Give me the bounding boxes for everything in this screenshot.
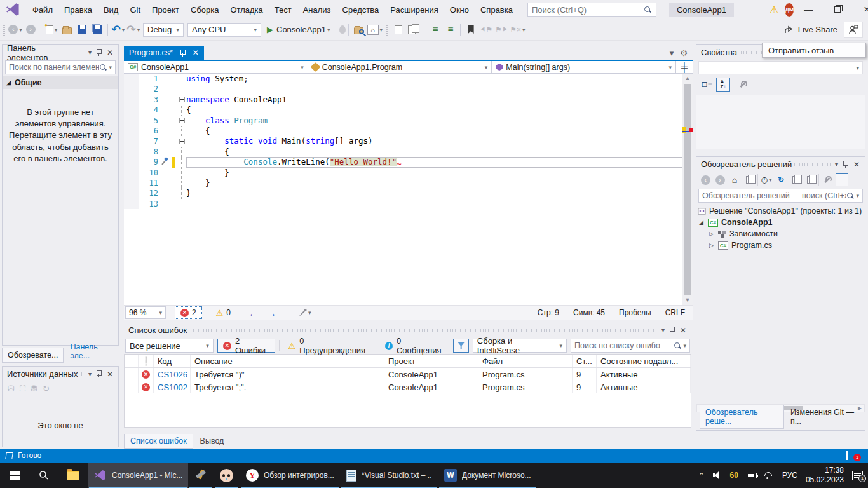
properties-object-select[interactable]: ▾ (698, 61, 863, 74)
column-code[interactable]: Код (154, 355, 191, 367)
code-line[interactable]: 13 (124, 199, 693, 209)
code-editor[interactable]: 1using System;23namespace ConsoleApp14{5… (124, 74, 693, 305)
sync-with-active-document-icon[interactable]: ⌂▾ (367, 22, 383, 37)
code-line[interactable]: 9 Console.WriteLine("Hello World!"~ (124, 157, 693, 167)
pin-icon[interactable] (96, 370, 102, 377)
tree-item-project[interactable]: ◢ C# ConsoleApp1 (698, 217, 865, 228)
code-line[interactable]: 4{ (124, 105, 693, 115)
toolbox-group-general[interactable]: ◢ Общие (3, 76, 118, 89)
add-data-source-icon[interactable]: ⛁ (8, 384, 15, 394)
zoom-select[interactable]: 96 %▾ (125, 306, 166, 319)
menu-analyze[interactable]: Анализ (297, 3, 337, 17)
severity-column-icon[interactable]: ❕ (139, 355, 154, 367)
previous-issue-icon[interactable]: ← (248, 308, 258, 318)
tab-document-outline[interactable]: Обозревате... (2, 348, 64, 363)
network-icon[interactable] (765, 472, 774, 479)
next-issue-icon[interactable]: → (267, 308, 276, 318)
home-icon[interactable]: ⌂ (728, 173, 741, 186)
collapsed-caret-icon[interactable]: ▷ (708, 231, 715, 237)
switch-views-icon[interactable] (743, 173, 756, 186)
notification-warning-icon[interactable]: ⚠ (770, 4, 778, 16)
window-position-icon[interactable]: ▾ (88, 370, 92, 377)
battery-icon[interactable] (747, 473, 757, 478)
scope-select[interactable]: Все решение▾ (125, 339, 214, 353)
code-line[interactable]: 11 } (124, 178, 693, 188)
code-lines[interactable]: 1using System;23namespace ConsoleApp14{5… (124, 74, 693, 209)
messages-filter-button[interactable]: i 0 Сообщения (380, 339, 450, 353)
error-row[interactable]: ✕ CS1026 Требуется ")" ConsoleApp1 Progr… (125, 368, 691, 381)
menu-test[interactable]: Тест (269, 3, 297, 17)
window-position-icon[interactable]: ▾ (88, 49, 92, 56)
toggle-bookmark-icon[interactable] (464, 22, 478, 37)
code-line[interactable]: 10 } (124, 168, 693, 178)
fold-collapse-icon[interactable] (179, 118, 185, 123)
pin-icon[interactable] (180, 50, 186, 57)
code-line[interactable]: 12} (124, 188, 693, 198)
status-spaces[interactable]: Пробелы (619, 308, 651, 317)
menu-project[interactable]: Проект (146, 3, 185, 17)
tray-expand-icon[interactable]: ⌃ (698, 471, 704, 480)
taskbar-app-yandex-browser[interactable]: Y Обзор интегриров... (240, 463, 340, 488)
save-icon[interactable] (75, 22, 89, 37)
menu-help[interactable]: Справка (475, 3, 519, 17)
code-line[interactable]: 2 (124, 84, 693, 94)
member-dropdown[interactable]: Main(string[] args)▾ (492, 61, 676, 73)
solution-search-box[interactable]: ▾ (698, 189, 863, 203)
close-icon[interactable]: ✕ (680, 326, 686, 335)
increase-indent-icon[interactable]: ≣ (443, 22, 457, 37)
refresh-icon[interactable]: ↻ (775, 173, 787, 186)
toolbox-search-box[interactable]: ▾ (5, 60, 116, 74)
new-file-icon[interactable]: ▾ (44, 22, 58, 37)
scrollbar-thumb[interactable] (684, 84, 691, 295)
clock[interactable]: 17:38 05.02.2023 (806, 466, 844, 485)
taskbar-app-game-tools[interactable] (188, 463, 214, 488)
notifications-bell-icon[interactable]: 1 (846, 451, 857, 460)
errors-filter-button[interactable]: ✕ 2 Ошибки (217, 339, 275, 353)
fold-collapse-icon[interactable] (179, 97, 185, 102)
live-share-button[interactable]: Live Share (784, 25, 837, 34)
window-position-icon[interactable]: ▾ (661, 327, 665, 334)
show-all-files-icon[interactable] (804, 173, 817, 186)
code-line[interactable]: 7 static void Main(string[] args) (124, 136, 693, 146)
code-line[interactable]: 5 class Program (124, 116, 693, 126)
code-cleanup-dropdown-icon[interactable]: ▾ (308, 309, 311, 316)
clear-filters-button[interactable]: ✕ (453, 339, 468, 353)
taskbar-app-visual-studio[interactable]: ConsoleApp1 - Mic... (88, 463, 188, 488)
tab-git-changes[interactable]: Изменения Git — п... (785, 405, 865, 429)
tab-options-gear-icon[interactable]: ⚙ (680, 48, 688, 58)
property-pages-wrench-icon[interactable] (736, 78, 750, 92)
start-debugging-button[interactable]: ▶ ConsoleApp1▾ (267, 25, 330, 34)
forward-icon[interactable]: › (714, 173, 726, 186)
warnings-filter-button[interactable]: ⚠ 0 Предупреждения (283, 339, 372, 353)
refresh-icon[interactable]: ↻ (43, 384, 50, 394)
close-icon[interactable]: ✕ (107, 48, 113, 57)
tab-output[interactable]: Вывод (194, 434, 230, 449)
configure-data-source-icon[interactable]: ⛶ (20, 384, 25, 394)
split-window-icon[interactable]: ╪ (676, 61, 693, 73)
editor-vertical-scrollbar[interactable]: ▲ ▼ (682, 74, 693, 305)
solution-name-badge[interactable]: ConsoleApp1 (669, 3, 734, 17)
taskbar-search-button[interactable] (29, 463, 58, 488)
collapsed-caret-icon[interactable]: ▷ (708, 242, 715, 248)
nest-files-icon[interactable] (789, 173, 802, 186)
taskbar-app-word[interactable]: W Документ Microso... (438, 463, 538, 488)
tab-solution-explorer[interactable]: Обозреватель реше... (700, 405, 784, 429)
column-line[interactable]: Ст... (573, 355, 597, 367)
close-icon[interactable]: ✕ (853, 160, 860, 169)
tree-item-program-cs[interactable]: ▷ C# Program.cs (698, 240, 865, 251)
restore-button[interactable] (823, 0, 852, 19)
menu-view[interactable]: Вид (98, 3, 125, 17)
tab-program-cs[interactable]: Program.cs* ✕ (124, 46, 204, 60)
quick-search-input[interactable] (532, 5, 644, 15)
tab-error-list[interactable]: Список ошибок (124, 434, 193, 449)
previous-bookmark-icon[interactable]: ⯇⚑ (479, 22, 493, 37)
pin-icon[interactable] (96, 49, 102, 56)
expanded-caret-icon[interactable]: ◢ (698, 219, 705, 226)
solution-configurations-select[interactable]: Debug▾ (143, 23, 184, 37)
pin-icon[interactable] (669, 327, 675, 334)
code-line[interactable]: 6 { (124, 126, 693, 136)
menu-edit[interactable]: Правка (58, 3, 98, 17)
fold-collapse-icon[interactable] (179, 139, 185, 144)
close-button[interactable]: × (852, 0, 868, 19)
pin-icon[interactable] (843, 161, 848, 168)
